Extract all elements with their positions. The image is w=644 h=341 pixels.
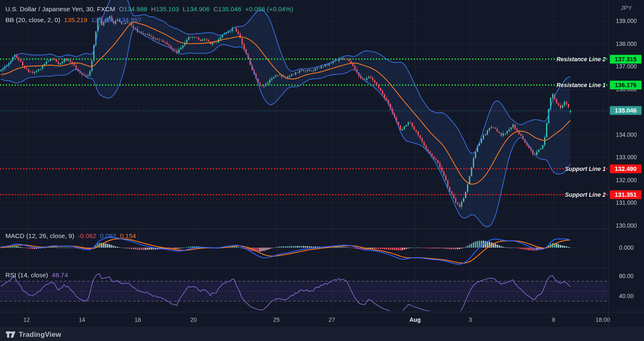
resistance-line-label[interactable]: Resistance Line 2 (557, 56, 606, 63)
time-axis-tick: 25 (273, 312, 280, 328)
support-price-badge: 131.351 (610, 190, 642, 199)
price-axis[interactable]: JPY 139.000138.000137.000136.000134.0001… (609, 0, 644, 327)
support-price-badge: 132.490 (610, 164, 642, 173)
time-axis-tick: 8 (552, 312, 555, 328)
price-axis-tick: 133.000 (609, 154, 644, 160)
price-chart-canvas[interactable] (0, 0, 644, 341)
bollinger-legend[interactable]: BB (20, close, 2, 0) 135.219 135.481 134… (5, 16, 142, 24)
price-axis-tick: 134.000 (609, 131, 644, 138)
bb-label: BB (20, close, 2, 0) (5, 16, 60, 24)
support-line-label[interactable]: Support Line 2 (565, 191, 606, 198)
tradingview-logo-icon (6, 331, 15, 338)
axis-currency-label: JPY (609, 4, 644, 11)
bb-upper-value: 135.481 (91, 16, 114, 24)
tradingview-logo-text: TradingView (19, 331, 61, 339)
price-axis-tick: 137.000 (609, 63, 644, 70)
price-axis-tick: 131.000 (609, 199, 644, 206)
resistance-line-label[interactable]: Resistance Line 1 (557, 82, 606, 88)
ohlc-low: L134.906 (183, 5, 210, 13)
macd-hist-value: -0.062 (78, 232, 96, 240)
ohlc-open: O134.988 (119, 5, 147, 13)
macd-line-value: 0.092 (100, 232, 116, 240)
time-axis-tick: 20 (190, 312, 197, 328)
symbol-title: U.S. Dollar / Japanese Yen, 30, FXCM (5, 5, 115, 13)
price-axis-tick: 139.000 (609, 18, 644, 24)
price-axis-border (609, 0, 609, 327)
bb-lower-value: 134.957 (118, 16, 142, 24)
symbol-legend[interactable]: U.S. Dollar / Japanese Yen, 30, FXCM O13… (5, 5, 293, 13)
support-line-label[interactable]: Support Line 1 (565, 165, 606, 172)
current-price-badge: 135.046 (610, 106, 642, 115)
time-axis-tick: 27 (328, 312, 335, 328)
tradingview-logo[interactable]: TradingView (6, 331, 61, 339)
macd-legend[interactable]: MACD (12, 26, close, 9) -0.062 0.092 0.1… (5, 232, 136, 240)
macd-signal-value: 0.154 (120, 232, 136, 240)
rsi-axis-tick: 40.00 (609, 293, 644, 299)
price-axis-tick: 130.000 (609, 222, 644, 229)
resistance-price-badge: 137.315 (610, 55, 642, 63)
ohlc-close: C135.046 (214, 5, 241, 13)
rsi-axis-tick: 80.00 (609, 273, 644, 279)
time-axis-tick: 3 (469, 312, 472, 328)
macd-label: MACD (12, 26, close, 9) (5, 232, 74, 240)
price-axis-tick: 132.000 (609, 177, 644, 183)
time-axis-tick: 18 (134, 312, 141, 328)
resistance-price-badge: 136.176 (610, 80, 642, 89)
ohlc-change: +0.058 (+0.04%) (245, 5, 293, 13)
bb-basis-value: 135.219 (64, 16, 87, 24)
rsi-legend[interactable]: RSI (14, close) 48.74 (5, 271, 68, 279)
time-axis[interactable]: 121418202527Aug3818:00 (0, 312, 644, 328)
time-axis-tick: Aug (409, 312, 420, 328)
time-axis-tick: 18:00 (595, 312, 610, 328)
time-axis-tick: 12 (23, 312, 30, 328)
time-axis-tick: 14 (79, 312, 85, 328)
rsi-value: 48.74 (52, 271, 68, 279)
tradingview-chart-window: U.S. Dollar / Japanese Yen, 30, FXCM O13… (0, 0, 644, 341)
ohlc-high: H135.103 (151, 5, 179, 13)
macd-axis-tick: 0.000 (609, 244, 644, 251)
rsi-label: RSI (14, close) (5, 271, 48, 279)
price-axis-tick: 138.000 (609, 40, 644, 47)
bottom-bar: TradingView (0, 328, 644, 341)
